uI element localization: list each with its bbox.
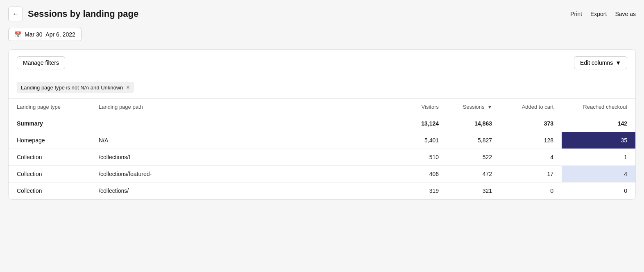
cell-reached-checkout: 35: [562, 132, 635, 149]
calendar-icon: 📅: [14, 31, 21, 38]
cell-added-to-cart: 4: [500, 149, 562, 166]
cell-visitors: 319: [394, 183, 447, 199]
cell-visitors: 5,401: [394, 132, 447, 149]
filter-tag-label: Landing page type is not N/A and Unknown: [21, 85, 123, 91]
summary-sessions: 14,863: [447, 115, 500, 132]
table-row: Collection/collections/f51052241: [9, 149, 635, 166]
col-header-visitors[interactable]: Visitors: [394, 99, 447, 115]
cell-landing-type: Collection: [9, 149, 91, 166]
cell-added-to-cart: 0: [500, 183, 562, 199]
page-header: ← Sessions by landing page Print Export …: [8, 7, 636, 21]
filter-bar: Landing page type is not N/A and Unknown…: [9, 76, 635, 99]
date-filter-button[interactable]: 📅 Mar 30–Apr 6, 2022: [8, 28, 82, 41]
main-card: Manage filters Edit columns ▼ Landing pa…: [8, 49, 636, 200]
cell-landing-path: /collections/f: [91, 149, 394, 166]
cell-added-to-cart: 128: [500, 132, 562, 149]
chevron-down-icon: ▼: [615, 59, 621, 66]
sort-icon: ▼: [488, 105, 492, 110]
edit-columns-button[interactable]: Edit columns ▼: [574, 56, 627, 69]
table-header-row: Landing page type Landing page path Visi…: [9, 99, 635, 115]
print-button[interactable]: Print: [570, 11, 582, 17]
date-filter-label: Mar 30–Apr 6, 2022: [25, 31, 75, 38]
cell-landing-type: Collection: [9, 183, 91, 199]
filter-tag-remove[interactable]: ×: [126, 84, 129, 91]
cell-reached-checkout: 0: [562, 183, 635, 199]
col-header-reached-checkout[interactable]: Reached checkout: [562, 99, 635, 115]
cell-added-to-cart: 17: [500, 166, 562, 183]
card-toolbar: Manage filters Edit columns ▼: [9, 50, 635, 76]
table-row: HomepageN/A5,4015,82712835: [9, 132, 635, 149]
cell-sessions: 5,827: [447, 132, 500, 149]
col-header-landing-path: Landing page path: [91, 99, 394, 115]
col-header-added-to-cart[interactable]: Added to cart: [500, 99, 562, 115]
manage-filters-button[interactable]: Manage filters: [17, 56, 65, 69]
summary-added-to-cart: 373: [500, 115, 562, 132]
cell-reached-checkout: 4: [562, 166, 635, 183]
header-actions: Print Export Save as: [570, 11, 636, 17]
edit-columns-label: Edit columns: [580, 59, 613, 66]
page-title: Sessions by landing page: [28, 9, 138, 19]
summary-label: Summary: [9, 115, 394, 132]
cell-visitors: 406: [394, 166, 447, 183]
header-left: ← Sessions by landing page: [8, 7, 138, 21]
table-row: Collection/collections/featured-40647217…: [9, 166, 635, 183]
summary-row: Summary 13,124 14,863 373 142: [9, 115, 635, 132]
col-header-landing-type: Landing page type: [9, 99, 91, 115]
cell-sessions: 472: [447, 166, 500, 183]
cell-sessions: 321: [447, 183, 500, 199]
cell-landing-type: Collection: [9, 166, 91, 183]
back-button[interactable]: ←: [8, 7, 23, 21]
filter-tag: Landing page type is not N/A and Unknown…: [17, 82, 134, 93]
cell-reached-checkout: 1: [562, 149, 635, 166]
summary-visitors: 13,124: [394, 115, 447, 132]
cell-landing-path: /collections/: [91, 183, 394, 199]
save-as-button[interactable]: Save as: [615, 11, 636, 17]
cell-visitors: 510: [394, 149, 447, 166]
cell-landing-type: Homepage: [9, 132, 91, 149]
cell-sessions: 522: [447, 149, 500, 166]
cell-landing-path: /collections/featured-: [91, 166, 394, 183]
back-icon: ←: [12, 10, 19, 18]
data-table: Landing page type Landing page path Visi…: [9, 99, 635, 199]
cell-landing-path: N/A: [91, 132, 394, 149]
col-header-sessions[interactable]: Sessions ▼: [447, 99, 500, 115]
export-button[interactable]: Export: [590, 11, 607, 17]
highlighted-cell-dark: 35: [562, 132, 635, 149]
table-row: Collection/collections/31932100: [9, 183, 635, 199]
summary-reached-checkout: 142: [562, 115, 635, 132]
